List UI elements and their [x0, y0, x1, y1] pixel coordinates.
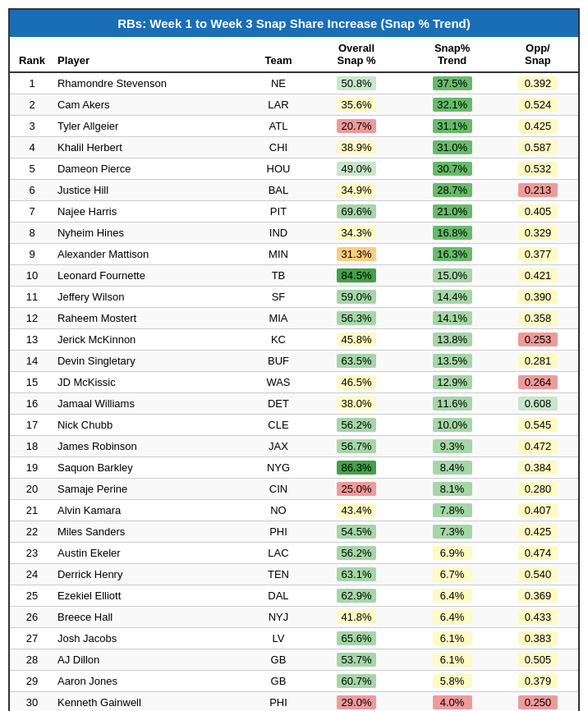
- table-row: 28 AJ Dillon GB 53.7% 6.1% 0.505: [10, 649, 578, 671]
- opp-snap-cell: 0.425: [498, 521, 578, 543]
- team-cell: LV: [250, 628, 305, 649]
- team-cell: NE: [250, 72, 305, 94]
- overall-snap-cell: 65.6%: [306, 628, 407, 649]
- team-cell: LAC: [250, 543, 305, 564]
- team-cell: ATL: [250, 116, 305, 137]
- player-cell: Ezekiel Elliott: [54, 585, 250, 607]
- player-cell: Raheem Mostert: [54, 308, 250, 329]
- rank-cell: 2: [10, 94, 54, 116]
- player-cell: Nyheim Hines: [54, 222, 250, 244]
- rank-cell: 17: [10, 415, 54, 436]
- team-cell: SF: [250, 287, 305, 308]
- player-cell: Alexander Mattison: [54, 244, 250, 265]
- overall-snap-cell: 56.3%: [306, 308, 407, 329]
- overall-snap-header: OverallSnap %: [306, 37, 407, 72]
- rank-cell: 23: [10, 543, 54, 564]
- player-cell: Aaron Jones: [54, 671, 250, 692]
- overall-snap-cell: 59.0%: [306, 287, 407, 308]
- table-row: 15 JD McKissic WAS 46.5% 12.9% 0.264: [10, 372, 578, 393]
- opp-snap-cell: 0.369: [498, 585, 578, 607]
- snap-trend-cell: 31.1%: [407, 116, 497, 137]
- player-cell: Najee Harris: [54, 201, 250, 222]
- table-row: 1 Rhamondre Stevenson NE 50.8% 37.5% 0.3…: [10, 72, 578, 94]
- snap-trend-cell: 10.0%: [407, 415, 497, 436]
- team-cell: PHI: [250, 521, 305, 543]
- player-cell: Cam Akers: [54, 94, 250, 116]
- table-row: 7 Najee Harris PIT 69.6% 21.0% 0.405: [10, 201, 578, 222]
- table-row: 19 Saquon Barkley NYG 86.3% 8.4% 0.384: [10, 457, 578, 479]
- snap-trend-cell: 11.6%: [407, 393, 497, 415]
- snap-trend-cell: 13.8%: [407, 329, 497, 351]
- rank-cell: 22: [10, 521, 54, 543]
- opp-snap-cell: 0.421: [498, 265, 578, 287]
- snap-trend-cell: 14.1%: [407, 308, 497, 329]
- overall-snap-cell: 50.8%: [306, 72, 407, 94]
- opp-snap-cell: 0.280: [498, 479, 578, 500]
- rank-cell: 12: [10, 308, 54, 329]
- player-cell: Austin Ekeler: [54, 543, 250, 564]
- table-row: 9 Alexander Mattison MIN 31.3% 16.3% 0.3…: [10, 244, 578, 265]
- snap-trend-cell: 37.5%: [407, 72, 497, 94]
- table-title: RBs: Week 1 to Week 3 Snap Share Increas…: [10, 10, 578, 37]
- opp-snap-cell: 0.281: [498, 351, 578, 372]
- player-cell: Alvin Kamara: [54, 500, 250, 521]
- team-cell: JAX: [250, 436, 305, 457]
- overall-snap-cell: 34.3%: [306, 222, 407, 244]
- player-cell: Tyler Allgeier: [54, 116, 250, 137]
- table-row: 29 Aaron Jones GB 60.7% 5.8% 0.379: [10, 671, 578, 692]
- overall-snap-cell: 56.7%: [306, 436, 407, 457]
- player-cell: Rhamondre Stevenson: [54, 72, 250, 94]
- overall-snap-cell: 63.5%: [306, 351, 407, 372]
- table-row: 17 Nick Chubb CLE 56.2% 10.0% 0.545: [10, 415, 578, 436]
- opp-snap-cell: 0.532: [498, 158, 578, 180]
- team-cell: WAS: [250, 372, 305, 393]
- snap-trend-cell: 8.1%: [407, 479, 497, 500]
- rank-header: Rank: [10, 37, 54, 72]
- opp-snap-cell: 0.540: [498, 564, 578, 585]
- opp-snap-cell: 0.384: [498, 457, 578, 479]
- team-cell: PHI: [250, 692, 305, 712]
- overall-snap-cell: 35.6%: [306, 94, 407, 116]
- rank-cell: 29: [10, 671, 54, 692]
- team-cell: NO: [250, 500, 305, 521]
- player-cell: Justice Hill: [54, 180, 250, 201]
- player-cell: Saquon Barkley: [54, 457, 250, 479]
- opp-snap-cell: 0.329: [498, 222, 578, 244]
- snap-trend-cell: 6.4%: [407, 607, 497, 628]
- player-cell: Kenneth Gainwell: [54, 692, 250, 712]
- overall-snap-cell: 53.7%: [306, 649, 407, 671]
- team-cell: BAL: [250, 180, 305, 201]
- opp-snap-cell: 0.250: [498, 692, 578, 712]
- snap-trend-cell: 5.8%: [407, 671, 497, 692]
- player-cell: Samaje Perine: [54, 479, 250, 500]
- team-cell: CLE: [250, 415, 305, 436]
- player-cell: Dameon Pierce: [54, 158, 250, 180]
- player-cell: James Robinson: [54, 436, 250, 457]
- opp-snap-cell: 0.472: [498, 436, 578, 457]
- snap-trend-cell: 9.3%: [407, 436, 497, 457]
- team-cell: TEN: [250, 564, 305, 585]
- opp-snap-cell: 0.474: [498, 543, 578, 564]
- player-cell: Leonard Fournette: [54, 265, 250, 287]
- snap-trend-cell: 12.9%: [407, 372, 497, 393]
- table-row: 21 Alvin Kamara NO 43.4% 7.8% 0.407: [10, 500, 578, 521]
- rank-cell: 26: [10, 607, 54, 628]
- rank-cell: 1: [10, 72, 54, 94]
- overall-snap-cell: 46.5%: [306, 372, 407, 393]
- overall-snap-cell: 29.0%: [306, 692, 407, 712]
- snap-trend-cell: 16.8%: [407, 222, 497, 244]
- table-row: 8 Nyheim Hines IND 34.3% 16.8% 0.329: [10, 222, 578, 244]
- snap-trend-cell: 8.4%: [407, 457, 497, 479]
- table-row: 18 James Robinson JAX 56.7% 9.3% 0.472: [10, 436, 578, 457]
- rank-cell: 14: [10, 351, 54, 372]
- table-row: 23 Austin Ekeler LAC 56.2% 6.9% 0.474: [10, 543, 578, 564]
- rank-cell: 6: [10, 180, 54, 201]
- player-cell: AJ Dillon: [54, 649, 250, 671]
- team-cell: NYG: [250, 457, 305, 479]
- opp-snap-cell: 0.253: [498, 329, 578, 351]
- team-cell: CHI: [250, 137, 305, 158]
- overall-snap-cell: 20.7%: [306, 116, 407, 137]
- table-row: 13 Jerick McKinnon KC 45.8% 13.8% 0.253: [10, 329, 578, 351]
- team-cell: GB: [250, 649, 305, 671]
- table-row: 24 Derrick Henry TEN 63.1% 6.7% 0.540: [10, 564, 578, 585]
